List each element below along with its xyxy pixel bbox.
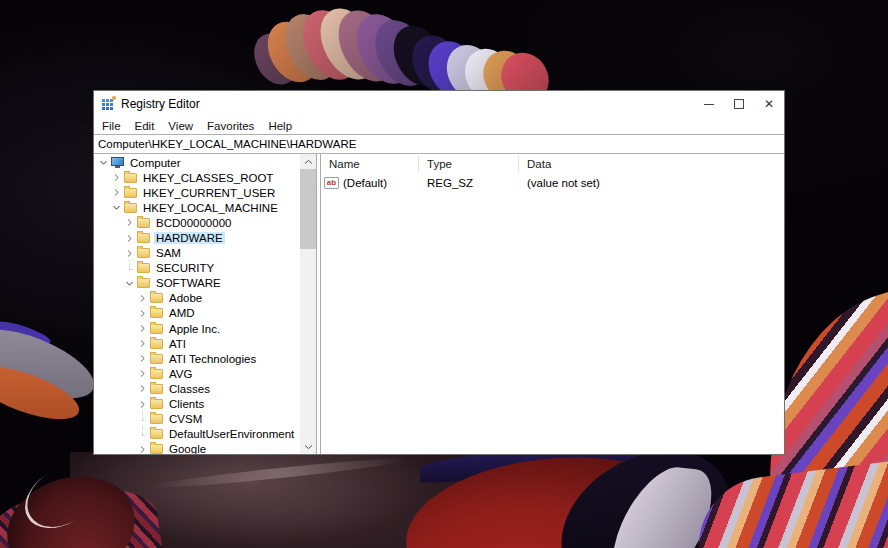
menu-edit[interactable]: Edit [128,119,162,133]
folder-icon [137,218,150,228]
collapse-chevron-icon[interactable] [99,158,108,167]
maximize-icon [734,99,744,109]
folder-icon [150,354,163,364]
expand-chevron-icon[interactable] [138,445,147,454]
folder-icon [150,293,163,303]
registry-tree: ComputerHKEY_CLASSES_ROOTHKEY_CURRENT_US… [94,154,300,454]
tree-item-google[interactable]: Google [94,442,300,454]
column-header-name[interactable]: Name [321,156,419,172]
tree-item-hkey-classes-root[interactable]: HKEY_CLASSES_ROOT [94,170,300,185]
scroll-up-button[interactable] [300,154,316,169]
tree-scrollbar[interactable] [300,154,316,454]
values-pane: NameTypeData (Default)REG_SZ(value not s… [321,154,784,454]
expand-chevron-icon[interactable] [112,173,121,182]
menu-bar: FileEditViewFavoritesHelp [94,117,784,135]
menu-help[interactable]: Help [261,119,299,133]
menu-favorites[interactable]: Favorites [200,119,261,133]
expand-chevron-icon[interactable] [138,384,147,393]
tree-item-label: ATI Technologies [167,353,258,365]
tree-item-ati[interactable]: ATI [94,336,300,351]
tree-item-label: SECURITY [154,262,216,274]
value-name: (Default) [321,177,419,189]
tree-item-hardware[interactable]: HARDWARE [94,230,300,245]
address-input[interactable] [94,135,784,153]
minimize-button[interactable] [694,91,724,117]
column-header-type[interactable]: Type [419,156,519,172]
folder-icon [137,248,150,258]
tree-item-label: HKEY_CURRENT_USER [141,187,277,199]
tree-item-sam[interactable]: SAM [94,246,300,261]
expand-chevron-icon[interactable] [138,400,147,409]
window-controls [694,91,784,117]
menu-view[interactable]: View [161,119,200,133]
scroll-down-button[interactable] [300,439,316,454]
folder-icon [137,233,150,243]
title-bar[interactable]: Registry Editor [94,91,784,117]
wallpaper-top-bloom [262,0,567,94]
tree-guide [138,415,147,424]
tree-item-cvsm[interactable]: CVSM [94,412,300,427]
expand-chevron-icon[interactable] [125,249,134,258]
minimize-icon [704,104,714,105]
tree-item-computer[interactable]: Computer [94,155,300,170]
expand-chevron-icon[interactable] [138,354,147,363]
expand-chevron-icon[interactable] [138,324,147,333]
tree-item-label: DefaultUserEnvironment [167,428,296,440]
tree-item-software[interactable]: SOFTWARE [94,276,300,291]
column-header-data[interactable]: Data [519,156,784,172]
tree-item-security[interactable]: SECURITY [94,261,300,276]
folder-icon [124,203,137,213]
tree-item-clients[interactable]: Clients [94,397,300,412]
expand-chevron-icon[interactable] [138,339,147,348]
tree-item-label: Google [167,443,208,454]
tree-item-bcd00000000[interactable]: BCD00000000 [94,215,300,230]
tree-item-label: AVG [167,368,194,380]
tree-item-hkey-current-user[interactable]: HKEY_CURRENT_USER [94,185,300,200]
folder-icon [150,308,163,318]
expand-chevron-icon[interactable] [138,294,147,303]
values-header: NameTypeData [321,154,784,174]
close-icon [764,98,774,110]
tree-item-adobe[interactable]: Adobe [94,291,300,306]
expand-chevron-icon[interactable] [125,218,134,227]
tree-item-ati-technologies[interactable]: ATI Technologies [94,351,300,366]
folder-icon [124,173,137,183]
tree-item-label: HKEY_CLASSES_ROOT [141,172,275,184]
tree-item-label: Computer [128,157,183,169]
collapse-chevron-icon[interactable] [125,279,134,288]
value-row[interactable]: (Default)REG_SZ(value not set) [321,174,784,191]
collapse-chevron-icon[interactable] [112,203,121,212]
registry-editor-icon [102,98,114,110]
folder-icon [150,414,163,424]
tree-item-label: Apple Inc. [167,323,222,335]
scrollbar-thumb[interactable] [300,169,316,249]
maximize-button[interactable] [724,91,754,117]
tree-item-hkey-local-machine[interactable]: HKEY_LOCAL_MACHINE [94,200,300,215]
window-body: ComputerHKEY_CLASSES_ROOTHKEY_CURRENT_US… [94,154,784,454]
tree-item-label: ATI [167,338,188,350]
folder-icon [150,369,163,379]
tree-item-label: SOFTWARE [154,277,223,289]
values-list: (Default)REG_SZ(value not set) [321,174,784,191]
folder-icon [150,384,163,394]
tree-item-classes[interactable]: Classes [94,381,300,396]
address-bar [94,135,784,154]
tree-item-label: BCD00000000 [154,217,233,229]
expand-chevron-icon[interactable] [138,369,147,378]
window-title: Registry Editor [121,97,200,111]
tree-item-apple-inc[interactable]: Apple Inc. [94,321,300,336]
value-type: REG_SZ [419,177,519,189]
tree-item-avg[interactable]: AVG [94,366,300,381]
folder-icon [124,188,137,198]
tree-item-amd[interactable]: AMD [94,306,300,321]
menu-file[interactable]: File [95,119,128,133]
tree-item-defaultuserenvironment[interactable]: DefaultUserEnvironment [94,427,300,442]
tree-item-label: AMD [167,307,197,319]
expand-chevron-icon[interactable] [125,234,134,243]
close-button[interactable] [754,91,784,117]
tree-item-label: Adobe [167,292,204,304]
expand-chevron-icon[interactable] [112,188,121,197]
folder-icon [137,278,150,288]
scrollbar-track[interactable] [300,169,316,439]
expand-chevron-icon[interactable] [138,309,147,318]
